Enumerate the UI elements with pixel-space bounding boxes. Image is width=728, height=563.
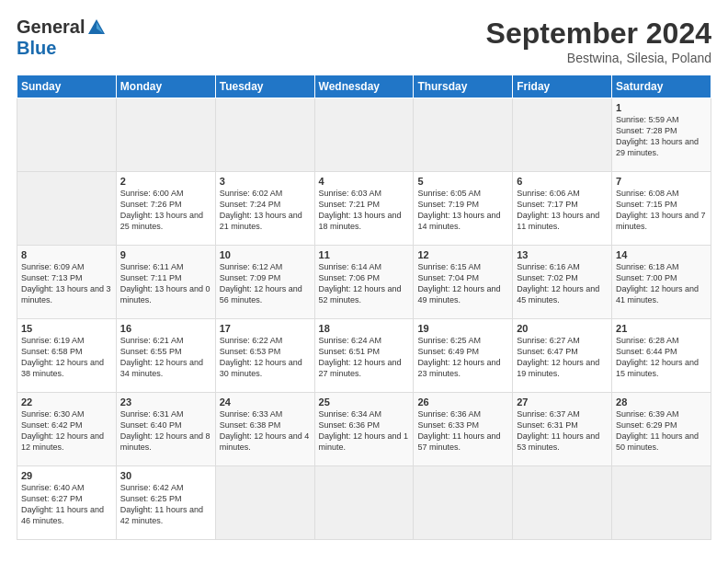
calendar-header-row: SundayMondayTuesdayWednesdayThursdayFrid… <box>17 75 711 98</box>
calendar-cell: 28 Sunrise: 6:39 AMSunset: 6:29 PMDaylig… <box>612 393 711 466</box>
cell-info: Sunrise: 6:33 AMSunset: 6:38 PMDaylight:… <box>220 409 310 452</box>
cell-info: Sunrise: 6:05 AMSunset: 7:19 PMDaylight:… <box>417 189 500 231</box>
day-of-week-header: Friday <box>513 75 612 98</box>
calendar-cell <box>215 98 314 172</box>
cell-info: Sunrise: 6:25 AMSunset: 6:49 PMDaylight:… <box>417 336 500 378</box>
cell-info: Sunrise: 6:08 AMSunset: 7:15 PMDaylight:… <box>616 189 706 231</box>
day-of-week-header: Tuesday <box>215 75 314 98</box>
calendar-cell: 24 Sunrise: 6:33 AMSunset: 6:38 PMDaylig… <box>215 393 314 466</box>
cell-info: Sunrise: 6:19 AMSunset: 6:58 PMDaylight:… <box>21 336 104 378</box>
logo-general-text: General <box>17 17 85 38</box>
logo-icon <box>86 17 107 38</box>
day-number: 14 <box>616 249 707 260</box>
cell-info: Sunrise: 6:16 AMSunset: 7:02 PMDaylight:… <box>517 262 599 304</box>
day-of-week-header: Monday <box>116 75 215 98</box>
day-number: 5 <box>417 176 508 187</box>
calendar-cell: 6 Sunrise: 6:06 AMSunset: 7:17 PMDayligh… <box>513 172 612 246</box>
calendar-cell <box>513 466 612 540</box>
day-number: 25 <box>319 396 410 408</box>
calendar-cell: 30 Sunrise: 6:42 AMSunset: 6:25 PMDaylig… <box>116 466 215 540</box>
day-number: 13 <box>517 249 608 260</box>
day-number: 18 <box>319 323 410 334</box>
calendar-cell <box>513 98 612 172</box>
cell-info: Sunrise: 6:39 AMSunset: 6:29 PMDaylight:… <box>616 409 699 452</box>
day-number: 16 <box>120 323 211 334</box>
calendar-cell: 5 Sunrise: 6:05 AMSunset: 7:19 PMDayligh… <box>414 172 513 246</box>
day-number: 26 <box>417 396 508 408</box>
cell-info: Sunrise: 6:36 AMSunset: 6:33 PMDaylight:… <box>417 409 500 452</box>
cell-info: Sunrise: 6:40 AMSunset: 6:27 PMDaylight:… <box>21 483 104 525</box>
calendar-cell <box>414 466 513 540</box>
title-block: September 2024 Bestwina, Silesia, Poland <box>486 17 711 65</box>
calendar-cell <box>17 172 117 246</box>
cell-info: Sunrise: 6:03 AMSunset: 7:21 PMDaylight:… <box>319 189 402 231</box>
cell-info: Sunrise: 6:09 AMSunset: 7:13 PMDaylight:… <box>21 262 111 304</box>
cell-info: Sunrise: 6:31 AMSunset: 6:40 PMDaylight:… <box>120 409 210 452</box>
calendar-cell: 9 Sunrise: 6:11 AMSunset: 7:11 PMDayligh… <box>116 246 215 319</box>
day-number: 20 <box>517 323 608 334</box>
cell-info: Sunrise: 6:27 AMSunset: 6:47 PMDaylight:… <box>517 336 599 378</box>
cell-info: Sunrise: 6:42 AMSunset: 6:25 PMDaylight:… <box>120 483 203 525</box>
day-number: 21 <box>616 323 707 334</box>
calendar-cell <box>314 98 414 172</box>
day-number: 23 <box>120 396 211 408</box>
calendar-cell: 22 Sunrise: 6:30 AMSunset: 6:42 PMDaylig… <box>17 393 117 466</box>
cell-info: Sunrise: 6:21 AMSunset: 6:55 PMDaylight:… <box>120 336 203 378</box>
day-number: 7 <box>616 176 707 187</box>
calendar-cell <box>414 98 513 172</box>
logo-blue-text: Blue <box>17 38 56 59</box>
calendar-cell: 11 Sunrise: 6:14 AMSunset: 7:06 PMDaylig… <box>314 246 414 319</box>
calendar-cell: 12 Sunrise: 6:15 AMSunset: 7:04 PMDaylig… <box>414 246 513 319</box>
calendar-cell: 14 Sunrise: 6:18 AMSunset: 7:00 PMDaylig… <box>612 246 711 319</box>
day-number: 10 <box>220 249 311 260</box>
calendar-cell: 25 Sunrise: 6:34 AMSunset: 6:36 PMDaylig… <box>314 393 414 466</box>
day-number: 12 <box>417 249 508 260</box>
month-title: September 2024 <box>486 17 711 51</box>
cell-info: Sunrise: 6:28 AMSunset: 6:44 PMDaylight:… <box>616 336 699 378</box>
cell-info: Sunrise: 6:37 AMSunset: 6:31 PMDaylight:… <box>517 409 599 452</box>
calendar-cell: 19 Sunrise: 6:25 AMSunset: 6:49 PMDaylig… <box>414 319 513 393</box>
cell-info: Sunrise: 6:15 AMSunset: 7:04 PMDaylight:… <box>417 262 500 304</box>
calendar-cell: 4 Sunrise: 6:03 AMSunset: 7:21 PMDayligh… <box>314 172 414 246</box>
location: Bestwina, Silesia, Poland <box>486 51 711 65</box>
calendar-cell <box>17 98 117 172</box>
day-number: 8 <box>21 249 112 260</box>
day-of-week-header: Sunday <box>17 75 117 98</box>
calendar-cell: 20 Sunrise: 6:27 AMSunset: 6:47 PMDaylig… <box>513 319 612 393</box>
day-number: 22 <box>21 396 112 408</box>
day-number: 2 <box>120 176 211 187</box>
day-number: 6 <box>517 176 608 187</box>
day-number: 1 <box>616 102 707 113</box>
calendar-cell: 23 Sunrise: 6:31 AMSunset: 6:40 PMDaylig… <box>116 393 215 466</box>
cell-info: Sunrise: 6:06 AMSunset: 7:17 PMDaylight:… <box>517 189 599 231</box>
day-of-week-header: Thursday <box>414 75 513 98</box>
calendar-cell <box>215 466 314 540</box>
calendar-cell: 8 Sunrise: 6:09 AMSunset: 7:13 PMDayligh… <box>17 246 117 319</box>
calendar-cell: 18 Sunrise: 6:24 AMSunset: 6:51 PMDaylig… <box>314 319 414 393</box>
cell-info: Sunrise: 5:59 AMSunset: 7:28 PMDaylight:… <box>616 115 699 157</box>
day-of-week-header: Saturday <box>612 75 711 98</box>
cell-info: Sunrise: 6:00 AMSunset: 7:26 PMDaylight:… <box>120 189 203 231</box>
day-number: 24 <box>220 396 311 408</box>
calendar-cell: 29 Sunrise: 6:40 AMSunset: 6:27 PMDaylig… <box>17 466 117 540</box>
calendar-cell: 21 Sunrise: 6:28 AMSunset: 6:44 PMDaylig… <box>612 319 711 393</box>
calendar-table: SundayMondayTuesdayWednesdayThursdayFrid… <box>17 75 711 540</box>
day-number: 4 <box>319 176 410 187</box>
calendar-cell: 13 Sunrise: 6:16 AMSunset: 7:02 PMDaylig… <box>513 246 612 319</box>
day-of-week-header: Wednesday <box>314 75 414 98</box>
logo: General Blue <box>17 17 107 59</box>
calendar-cell: 10 Sunrise: 6:12 AMSunset: 7:09 PMDaylig… <box>215 246 314 319</box>
cell-info: Sunrise: 6:18 AMSunset: 7:00 PMDaylight:… <box>616 262 699 304</box>
calendar-cell: 27 Sunrise: 6:37 AMSunset: 6:31 PMDaylig… <box>513 393 612 466</box>
day-number: 11 <box>319 249 410 260</box>
calendar-cell: 2 Sunrise: 6:00 AMSunset: 7:26 PMDayligh… <box>116 172 215 246</box>
cell-info: Sunrise: 6:22 AMSunset: 6:53 PMDaylight:… <box>220 336 302 378</box>
calendar-cell: 7 Sunrise: 6:08 AMSunset: 7:15 PMDayligh… <box>612 172 711 246</box>
calendar-cell: 1 Sunrise: 5:59 AMSunset: 7:28 PMDayligh… <box>612 98 711 172</box>
calendar-cell: 16 Sunrise: 6:21 AMSunset: 6:55 PMDaylig… <box>116 319 215 393</box>
cell-info: Sunrise: 6:12 AMSunset: 7:09 PMDaylight:… <box>220 262 302 304</box>
calendar-cell: 17 Sunrise: 6:22 AMSunset: 6:53 PMDaylig… <box>215 319 314 393</box>
day-number: 3 <box>220 176 311 187</box>
calendar-cell <box>116 98 215 172</box>
calendar-page: General Blue September 2024 Bestwina, Si… <box>0 0 728 563</box>
